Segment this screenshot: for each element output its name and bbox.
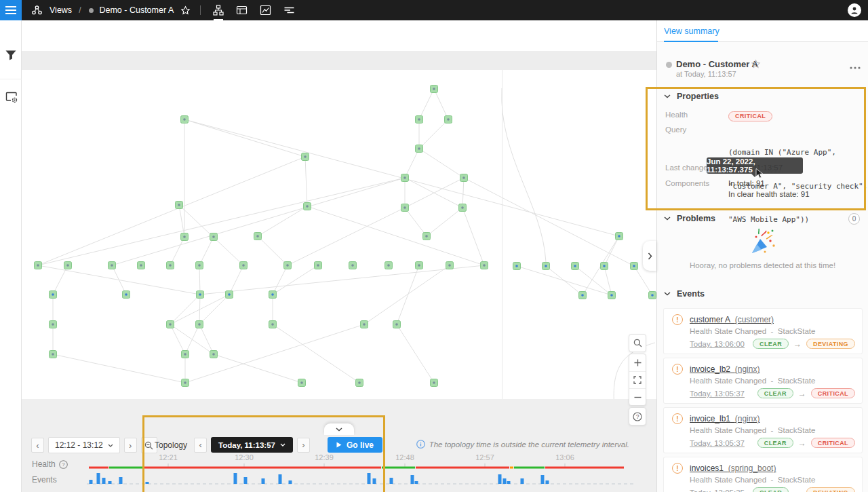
timeline-chart[interactable]: 12:2112:3012:3912:4812:5713:06 (22, 451, 656, 492)
event-bar[interactable] (97, 473, 100, 484)
topology-node[interactable] (393, 321, 401, 328)
topology-node[interactable] (269, 291, 277, 299)
event-bar[interactable] (108, 481, 112, 484)
event-bar[interactable] (262, 478, 265, 484)
events-section-header[interactable]: Events (664, 289, 705, 299)
topology-node[interactable] (196, 321, 203, 328)
topology-node[interactable] (210, 233, 218, 241)
event-card[interactable]: ! invoice_lb2 (nginx) Health State Chang… (664, 358, 862, 403)
breadcrumb-view-name[interactable]: Demo - Customer A (99, 5, 174, 15)
event-card[interactable]: ! customer A (customer) Health State Cha… (664, 309, 862, 354)
traces-icon[interactable] (283, 5, 295, 15)
topology-node[interactable] (254, 233, 262, 240)
topology-node[interactable] (423, 233, 431, 240)
topology-canvas[interactable] (22, 51, 656, 399)
topology-node[interactable] (240, 262, 248, 269)
right-panel-expander[interactable] (643, 241, 656, 271)
topology-node[interactable] (50, 321, 57, 328)
help-button[interactable]: ? (629, 408, 646, 425)
event-card[interactable]: ! invoices1 (spring_boot) Health State C… (664, 457, 862, 492)
topology-node[interactable] (446, 262, 454, 269)
topology-node[interactable] (616, 233, 623, 240)
event-bar[interactable] (289, 480, 292, 484)
topology-node[interactable] (182, 351, 189, 358)
event-bar[interactable] (498, 474, 502, 484)
event-bar[interactable] (415, 481, 418, 484)
event-bar[interactable] (373, 478, 376, 484)
topology-node[interactable] (269, 321, 277, 328)
breadcrumb-views[interactable]: Views (50, 5, 72, 15)
topology-node[interactable] (579, 292, 587, 299)
event-bar[interactable] (411, 475, 414, 484)
zoom-in-button[interactable] (629, 354, 646, 371)
topology-node[interactable] (416, 262, 423, 269)
search-zoom-button[interactable] (629, 335, 646, 352)
topology-node[interactable] (431, 86, 438, 93)
topology-node[interactable] (284, 262, 292, 269)
topology-node[interactable] (196, 262, 203, 269)
topology-node[interactable] (649, 292, 656, 299)
topology-node[interactable] (401, 174, 409, 182)
topology-view-icon[interactable] (213, 5, 224, 16)
topology-node[interactable] (167, 321, 174, 328)
topology-node[interactable] (181, 116, 189, 124)
topology-node[interactable] (401, 204, 409, 212)
topology-node[interactable] (356, 379, 363, 387)
topology-node[interactable] (108, 262, 116, 269)
event-bar[interactable] (119, 477, 123, 484)
topology-node[interactable] (445, 116, 452, 124)
event-bar[interactable] (503, 478, 507, 484)
event-bar[interactable] (234, 473, 237, 484)
event-bar[interactable] (507, 481, 511, 484)
event-bar[interactable] (521, 478, 524, 484)
topology-node[interactable] (304, 203, 311, 210)
topology-node[interactable] (460, 174, 468, 182)
topology-node[interactable] (50, 291, 57, 299)
topology-node[interactable] (349, 262, 357, 269)
topology-node[interactable] (35, 262, 42, 269)
topology-node[interactable] (361, 321, 368, 328)
topology-node[interactable] (298, 379, 306, 387)
star-icon[interactable] (180, 5, 191, 16)
event-bar[interactable] (541, 475, 545, 484)
topology-node[interactable] (197, 291, 204, 299)
event-bar[interactable] (102, 478, 106, 484)
fit-to-screen-button[interactable] (629, 371, 646, 388)
topology-node[interactable] (123, 291, 130, 299)
topology-node[interactable] (542, 263, 550, 270)
topology-node[interactable] (182, 379, 189, 387)
topology-node[interactable] (513, 263, 521, 270)
hamburger-menu-button[interactable] (0, 0, 22, 20)
event-bar[interactable] (368, 473, 371, 484)
topology-node[interactable] (50, 351, 57, 358)
topology-node[interactable] (176, 202, 183, 209)
topology-node[interactable] (167, 262, 174, 269)
topology-node[interactable] (631, 263, 638, 270)
dashboards-icon[interactable] (236, 5, 248, 16)
zoom-out-button[interactable] (629, 388, 646, 405)
topology-node[interactable] (64, 262, 72, 269)
event-bar[interactable] (390, 478, 393, 484)
view-settings-icon[interactable] (5, 91, 18, 107)
event-card[interactable]: ! invoice_lb1 (nginx) Health State Chang… (664, 408, 862, 453)
event-bar[interactable] (90, 480, 93, 484)
topology-node[interactable] (459, 204, 467, 212)
timeline-collapse-tab[interactable] (324, 423, 354, 435)
filter-icon[interactable] (5, 50, 17, 64)
star-icon[interactable] (751, 59, 761, 72)
topology-node[interactable] (431, 379, 438, 387)
topology-node[interactable] (481, 262, 488, 269)
problems-section-header[interactable]: Problems (664, 214, 715, 223)
topology-node[interactable] (302, 153, 309, 161)
properties-section-header[interactable]: Properties (664, 92, 719, 101)
event-bar[interactable] (279, 474, 282, 484)
topology-node[interactable] (181, 233, 189, 241)
topology-node[interactable] (385, 262, 393, 269)
event-bar[interactable] (146, 482, 149, 484)
topology-node[interactable] (416, 116, 423, 124)
topology-node[interactable] (315, 262, 322, 269)
tab-view-summary[interactable]: View summary (664, 26, 719, 36)
event-bar[interactable] (244, 477, 248, 484)
topology-node[interactable] (416, 145, 423, 153)
metrics-chart-icon[interactable] (260, 5, 271, 16)
